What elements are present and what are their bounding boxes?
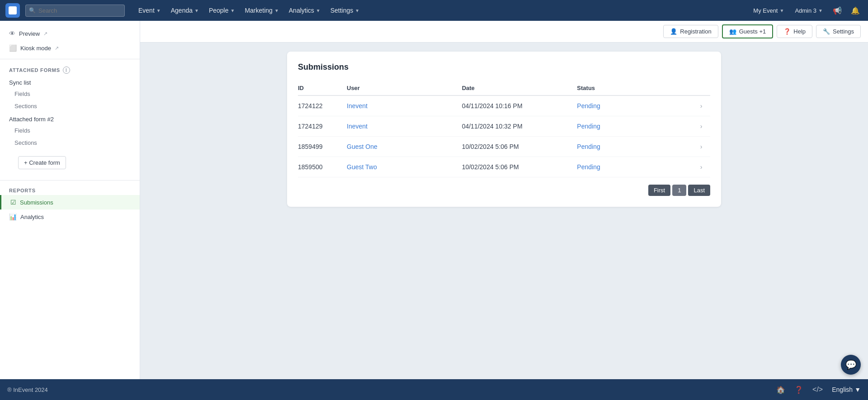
sidebar-form2-label[interactable]: Attached form #2: [0, 112, 140, 124]
pagination-last[interactable]: Last: [688, 185, 710, 196]
registration-button[interactable]: 👤 Registration: [663, 25, 718, 38]
info-icon[interactable]: i: [63, 67, 70, 74]
broadcast-button[interactable]: 📢: [830, 3, 844, 18]
guests-button[interactable]: 👥 Guests +1: [722, 24, 774, 38]
nav-menu: Event ▼ Agenda ▼ People ▼ Marketing ▼ An…: [134, 4, 748, 17]
settings-button[interactable]: 🔧 Settings: [816, 25, 861, 38]
cell-status: Pending: [577, 143, 689, 150]
nav-right-section: My Event ▼ Admin 3 ▼ 📢 🔔: [750, 3, 863, 18]
pagination-first[interactable]: First: [648, 185, 670, 196]
chat-icon: 💬: [845, 359, 857, 370]
submissions-card: Submissions ID User Date Status 1724122 …: [287, 52, 721, 207]
bottom-bar: ® InEvent 2024 🏠 ❓ </> English ▼: [0, 379, 868, 400]
table-row[interactable]: 1859499 Guest One 10/02/2024 5:06 PM Pen…: [298, 137, 710, 157]
col-user: User: [347, 85, 458, 91]
nav-item-analytics[interactable]: Analytics ▼: [284, 4, 325, 17]
wrench-icon: 🔧: [823, 28, 830, 35]
copyright-text: ® InEvent 2024: [7, 386, 776, 393]
nav-item-people[interactable]: People ▼: [204, 4, 240, 17]
pagination: First 1 Last: [298, 177, 710, 196]
attached-forms-header: ATTACHED FORMS i: [0, 63, 140, 76]
admin-button[interactable]: Admin 3 ▼: [791, 5, 826, 16]
cell-id: 1859500: [298, 163, 343, 171]
help-button[interactable]: ❓ Help: [777, 25, 812, 38]
tablet-icon: ⬜: [9, 44, 17, 52]
cell-date: 04/11/2024 10:16 PM: [462, 102, 574, 110]
people-icon: 👥: [729, 28, 736, 35]
divider: [0, 59, 140, 59]
sidebar-item-submissions[interactable]: ☑ Submissions: [0, 195, 140, 210]
sidebar: 👁 Preview ↗ ⬜ Kiosk mode ↗ ATTACHED FORM…: [0, 21, 140, 379]
chat-bubble-button[interactable]: 💬: [841, 355, 861, 375]
create-form-button[interactable]: + Create form: [18, 156, 66, 169]
chevron-down-icon: ▼: [316, 8, 321, 13]
nav-item-agenda[interactable]: Agenda ▼: [166, 4, 203, 17]
col-action: [692, 85, 710, 91]
external-link-icon: ↗: [55, 45, 59, 51]
person-icon: 👤: [670, 28, 677, 35]
content-area: 👤 Registration 👥 Guests +1 ❓ Help 🔧 Sett…: [140, 21, 868, 379]
chevron-down-icon: ▼: [779, 8, 784, 13]
language-selector[interactable]: English ▼: [832, 386, 861, 393]
cell-id: 1724122: [298, 102, 343, 110]
table-row[interactable]: 1724129 Inevent 04/11/2024 10:32 PM Pend…: [298, 116, 710, 137]
submissions-title: Submissions: [298, 62, 710, 72]
chevron-right-icon: ›: [692, 123, 710, 130]
top-navigation: 🔍 Event ▼ Agenda ▼ People ▼ Marketing ▼ …: [0, 0, 868, 21]
external-link-icon: ↗: [43, 31, 47, 37]
col-id: ID: [298, 85, 343, 91]
sidebar-item-kiosk[interactable]: ⬜ Kiosk mode ↗: [0, 41, 140, 55]
table-header: ID User Date Status: [298, 81, 710, 96]
question-icon[interactable]: ❓: [794, 386, 803, 394]
cell-date: 10/02/2024 5:06 PM: [462, 143, 574, 150]
sidebar-item-synclist-fields[interactable]: Fields: [0, 88, 140, 100]
sidebar-item-form2-fields[interactable]: Fields: [0, 124, 140, 137]
chevron-down-icon: ▼: [854, 386, 861, 393]
checkbox-icon: ☑: [10, 199, 16, 206]
cell-date: 04/11/2024 10:32 PM: [462, 123, 574, 130]
cell-id: 1724129: [298, 123, 343, 130]
chevron-down-icon: ▼: [818, 8, 823, 13]
nav-item-settings[interactable]: Settings ▼: [326, 4, 364, 17]
nav-item-event[interactable]: Event ▼: [134, 4, 165, 17]
code-icon[interactable]: </>: [812, 386, 823, 394]
home-icon[interactable]: 🏠: [776, 386, 785, 394]
search-wrapper: 🔍: [25, 5, 125, 17]
table-body: 1724122 Inevent 04/11/2024 10:16 PM Pend…: [298, 96, 710, 177]
cell-user[interactable]: Inevent: [347, 123, 458, 130]
reports-header: REPORTS: [0, 184, 140, 195]
cell-user[interactable]: Inevent: [347, 102, 458, 110]
sidebar-item-preview[interactable]: 👁 Preview ↗: [0, 26, 140, 41]
main-content: Submissions ID User Date Status 1724122 …: [140, 43, 868, 379]
chevron-right-icon: ›: [692, 102, 710, 110]
cell-status: Pending: [577, 163, 689, 171]
table-row[interactable]: 1859500 Guest Two 10/02/2024 5:06 PM Pen…: [298, 157, 710, 177]
analytics-icon: 📊: [9, 213, 17, 220]
chevron-down-icon: ▼: [274, 8, 279, 13]
sidebar-item-analytics[interactable]: 📊 Analytics: [0, 210, 140, 224]
sidebar-synclist-label[interactable]: Sync list: [0, 76, 140, 88]
divider: [0, 180, 140, 181]
cell-status: Pending: [577, 123, 689, 130]
cell-user[interactable]: Guest One: [347, 143, 458, 150]
chevron-down-icon: ▼: [194, 8, 199, 13]
content-toolbar: 👤 Registration 👥 Guests +1 ❓ Help 🔧 Sett…: [140, 21, 868, 43]
table-row[interactable]: 1724122 Inevent 04/11/2024 10:16 PM Pend…: [298, 96, 710, 116]
notification-button[interactable]: 🔔: [848, 3, 863, 18]
cell-user[interactable]: Guest Two: [347, 163, 458, 171]
col-date: Date: [462, 85, 574, 91]
logo-button[interactable]: [5, 3, 20, 18]
chevron-down-icon: ▼: [231, 8, 235, 13]
col-status: Status: [577, 85, 689, 91]
sidebar-item-synclist-sections[interactable]: Sections: [0, 100, 140, 112]
sidebar-item-form2-sections[interactable]: Sections: [0, 137, 140, 149]
bottom-bar-right: 🏠 ❓ </> English ▼: [776, 386, 861, 394]
pagination-page1[interactable]: 1: [672, 185, 686, 196]
chevron-right-icon: ›: [692, 163, 710, 171]
cell-status: Pending: [577, 102, 689, 110]
search-input[interactable]: [25, 5, 125, 17]
my-event-button[interactable]: My Event ▼: [750, 5, 788, 16]
logo-icon: [9, 6, 17, 14]
cell-id: 1859499: [298, 143, 343, 150]
nav-item-marketing[interactable]: Marketing ▼: [240, 4, 283, 17]
